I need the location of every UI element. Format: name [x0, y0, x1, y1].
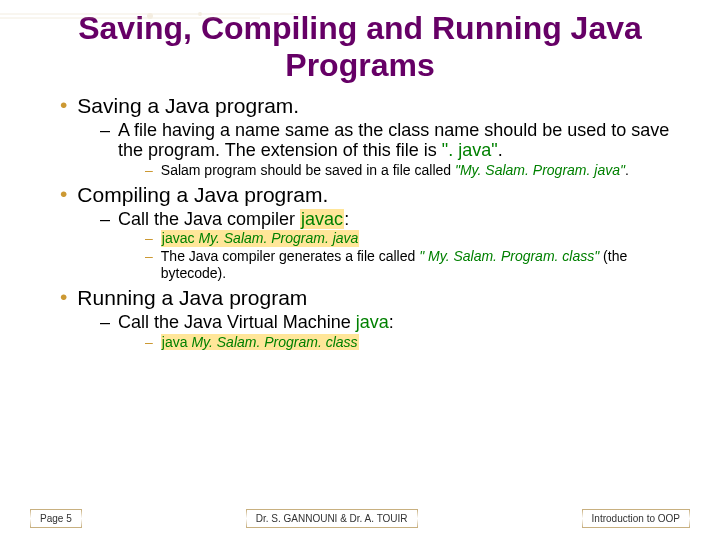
- subsub-java-cmd: – java My. Salam. Program. class: [145, 334, 690, 351]
- footer: Page 5 Dr. S. GANNOUNI & Dr. A. TOUIR In…: [0, 509, 720, 528]
- bullet-dot-icon: •: [60, 286, 67, 307]
- dash-icon: –: [145, 334, 153, 351]
- sub-saving-text: A file having a name same as the class n…: [118, 120, 690, 161]
- dash-icon: –: [145, 248, 153, 265]
- footer-authors: Dr. S. GANNOUNI & Dr. A. TOUIR: [246, 509, 418, 528]
- bullet-saving-text: Saving a Java program.: [77, 94, 299, 118]
- footer-page: Page 5: [30, 509, 82, 528]
- slide-title: Saving, Compiling and Running Java Progr…: [30, 10, 690, 84]
- bullet-compiling: • Compiling a Java program.: [60, 183, 690, 207]
- sub-running-call: – Call the Java Virtual Machine java:: [100, 312, 690, 333]
- sub-compiling-text: Call the Java compiler javac:: [118, 209, 349, 230]
- bullet-dot-icon: •: [60, 183, 67, 204]
- subsub-javac-cmd: – javac My. Salam. Program. java: [145, 230, 690, 247]
- subsub-bytecode: – The Java compiler generates a file cal…: [145, 248, 690, 282]
- sub-compiling-call: – Call the Java compiler javac:: [100, 209, 690, 230]
- subsub-bytecode-text: The Java compiler generates a file calle…: [161, 248, 690, 282]
- dash-icon: –: [145, 230, 153, 247]
- subsub-java-text: java My. Salam. Program. class: [161, 334, 359, 351]
- bullet-running: • Running a Java program: [60, 286, 690, 310]
- bullet-running-text: Running a Java program: [77, 286, 307, 310]
- subsub-javac-text: javac My. Salam. Program. java: [161, 230, 360, 247]
- dash-icon: –: [145, 162, 153, 179]
- bullet-dot-icon: •: [60, 94, 67, 115]
- dash-icon: –: [100, 209, 110, 230]
- dash-icon: –: [100, 120, 110, 141]
- subsub-salam-text: Salam program should be saved in a file …: [161, 162, 629, 179]
- footer-course: Introduction to OOP: [582, 509, 690, 528]
- sub-saving-file: – A file having a name same as the class…: [100, 120, 690, 161]
- dash-icon: –: [100, 312, 110, 333]
- bullet-compiling-text: Compiling a Java program.: [77, 183, 328, 207]
- subsub-salam-file: – Salam program should be saved in a fil…: [145, 162, 690, 179]
- bullet-saving: • Saving a Java program.: [60, 94, 690, 118]
- sub-running-text: Call the Java Virtual Machine java:: [118, 312, 394, 333]
